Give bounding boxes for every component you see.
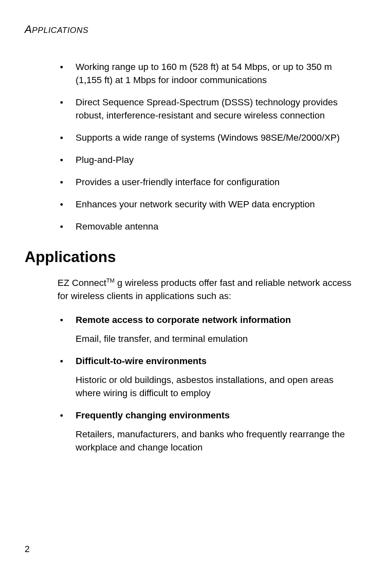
feature-item: Working range up to 160 m (528 ft) at 54… (58, 60, 359, 87)
running-header: APPLICATIONS (25, 23, 359, 36)
trademark-symbol: TM (106, 277, 115, 284)
application-item: Difficult-to-wire environments Historic … (58, 355, 359, 400)
application-description: Historic or old buildings, asbestos inst… (76, 374, 359, 400)
page-number: 2 (25, 544, 30, 555)
intro-prefix: EZ Connect (58, 278, 106, 288)
application-title: Difficult-to-wire environments (76, 355, 359, 368)
section-title: Applications (25, 248, 359, 266)
feature-item: Direct Sequence Spread-Spectrum (DSSS) t… (58, 96, 359, 122)
application-description: Email, file transfer, and terminal emula… (76, 332, 359, 346)
header-rest: PPLICATIONS (32, 26, 88, 35)
intro-paragraph: EZ ConnectTM g wireless products offer f… (58, 276, 359, 303)
application-list: Remote access to corporate network infor… (25, 313, 359, 454)
application-title: Frequently changing environments (76, 409, 359, 422)
feature-item: Plug-and-Play (58, 153, 359, 167)
feature-item: Removable antenna (58, 220, 359, 233)
application-item: Frequently changing environments Retaile… (58, 409, 359, 454)
feature-item: Supports a wide range of systems (Window… (58, 131, 359, 144)
feature-item: Provides a user-friendly interface for c… (58, 176, 359, 189)
application-description: Retailers, manufacturers, and banks who … (76, 428, 359, 454)
header-first-char: A (25, 23, 32, 35)
application-title: Remote access to corporate network infor… (76, 313, 359, 327)
application-item: Remote access to corporate network infor… (58, 313, 359, 346)
feature-item: Enhances your network security with WEP … (58, 198, 359, 211)
feature-list: Working range up to 160 m (528 ft) at 54… (25, 60, 359, 233)
page: APPLICATIONS Working range up to 160 m (… (0, 0, 392, 571)
